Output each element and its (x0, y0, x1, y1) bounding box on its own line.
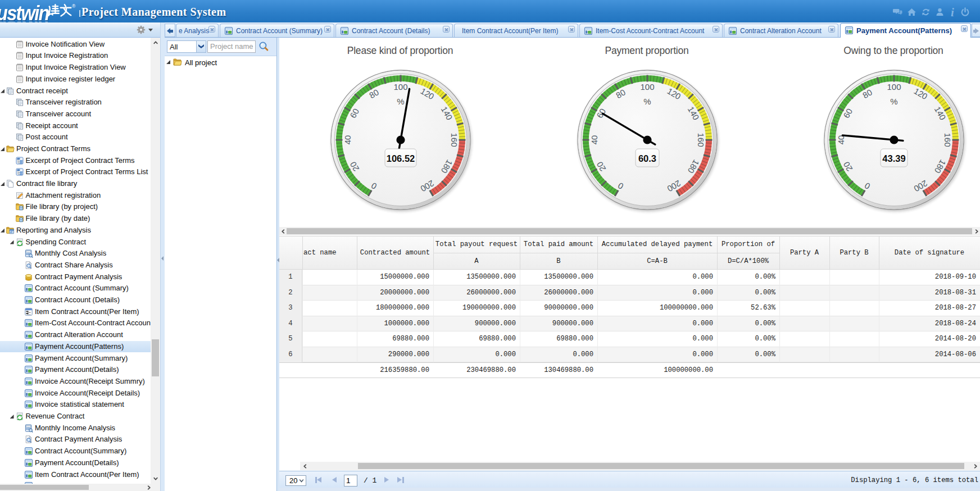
svg-text:43.39: 43.39 (882, 153, 905, 163)
svg-text:60.3: 60.3 (638, 153, 656, 163)
svg-text:106.52: 106.52 (386, 153, 414, 163)
